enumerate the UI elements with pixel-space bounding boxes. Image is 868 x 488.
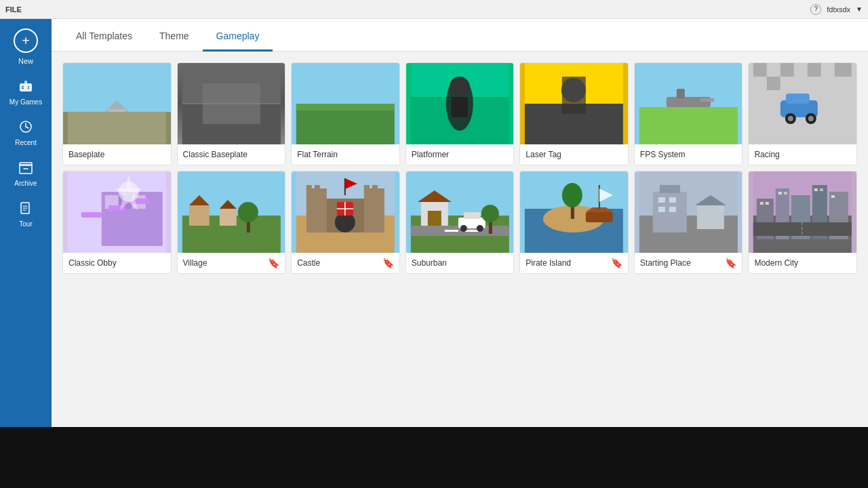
sidebar: + New My Games [0, 19, 52, 427]
label-laser-tag: Laser Tag [520, 144, 628, 165]
svg-rect-0 [20, 83, 32, 92]
svg-rect-135 [784, 192, 787, 195]
sidebar-item-new[interactable]: + New [0, 22, 52, 72]
label-modern-city: Modern City [749, 253, 856, 273]
template-classic-baseplate[interactable]: Classic Baseplate [177, 62, 286, 165]
bookmark-castle[interactable]: 🔖 [382, 258, 394, 268]
svg-rect-80 [307, 188, 327, 232]
svg-rect-133 [766, 202, 769, 205]
label-classic-obby: Classic Obby [63, 253, 171, 273]
svg-rect-40 [677, 89, 685, 98]
svg-rect-84 [364, 185, 370, 192]
svg-rect-50 [753, 77, 767, 90]
sidebar-item-recent[interactable]: Recent [0, 113, 52, 153]
svg-rect-104 [488, 220, 492, 234]
template-classic-obby[interactable]: Classic Obby [62, 171, 172, 274]
label-castle: Castle 🔖 [292, 253, 399, 273]
template-racing[interactable]: Racing [748, 62, 857, 165]
svg-rect-17 [68, 112, 166, 144]
thumbnail-castle [292, 171, 399, 253]
thumbnail-racing [749, 63, 856, 144]
svg-rect-47 [808, 63, 821, 77]
svg-rect-1 [24, 81, 27, 84]
svg-point-102 [460, 225, 467, 232]
template-castle[interactable]: Castle 🔖 [291, 171, 400, 274]
title-bar: FILE ? fdtxsdx ▼ [0, 0, 868, 19]
svg-rect-111 [586, 212, 613, 222]
thumbnail-pirate-island [520, 171, 628, 253]
svg-rect-118 [660, 185, 680, 193]
bookmark-starting-place[interactable]: 🔖 [725, 258, 736, 268]
template-pirate-island[interactable]: Pirate Island 🔖 [519, 171, 629, 274]
label-starting-place: Starting Place 🔖 [635, 253, 743, 273]
label-pirate-island: Pirate Island 🔖 [520, 253, 628, 273]
file-menu[interactable]: FILE [5, 5, 22, 14]
template-flat-terrain[interactable]: Flat Terrain [291, 62, 400, 165]
main-content: All Templates Theme Gameplay [52, 19, 868, 427]
help-icon[interactable]: ? [810, 4, 821, 15]
svg-rect-138 [831, 195, 835, 198]
bookmark-village[interactable]: 🔖 [268, 258, 279, 268]
thumbnail-laser-tag [520, 63, 628, 144]
recent-icon [18, 119, 33, 136]
svg-point-58 [808, 116, 814, 121]
thumbnail-modern-city [749, 171, 856, 253]
svg-rect-52 [781, 77, 794, 90]
label-baseplate: Baseplate [63, 144, 171, 165]
svg-point-5 [28, 88, 29, 89]
thumbnail-suburban [406, 171, 514, 253]
svg-rect-48 [821, 63, 835, 77]
template-modern-city[interactable]: Modern City [748, 171, 857, 274]
svg-rect-43 [753, 63, 767, 77]
svg-rect-3 [22, 88, 24, 89]
thumbnail-fps [635, 63, 743, 144]
svg-rect-71 [189, 205, 209, 226]
template-starting-place[interactable]: Starting Place 🔖 [634, 171, 743, 274]
svg-rect-46 [794, 63, 808, 77]
template-laser-tag[interactable]: Laser Tag [519, 62, 629, 165]
thumbnail-classic-baseplate [178, 63, 285, 144]
sidebar-item-tour[interactable]: Tour [0, 194, 52, 235]
svg-rect-136 [814, 188, 818, 191]
svg-rect-51 [767, 77, 781, 90]
svg-rect-64 [81, 212, 102, 218]
svg-rect-25 [296, 107, 395, 144]
svg-rect-41 [701, 98, 714, 102]
svg-rect-44 [767, 63, 781, 77]
template-baseplate[interactable]: Baseplate [62, 62, 172, 165]
template-platformer[interactable]: Platformer [406, 62, 515, 165]
svg-rect-24 [296, 63, 395, 107]
new-icon: + [14, 28, 38, 53]
sidebar-item-archive[interactable]: Archive [0, 153, 52, 194]
svg-rect-121 [658, 207, 665, 212]
label-classic-baseplate: Classic Baseplate [178, 144, 285, 165]
svg-rect-49 [835, 63, 852, 77]
svg-rect-132 [760, 202, 764, 205]
sidebar-item-my-games[interactable]: My Games [0, 72, 52, 113]
svg-point-103 [476, 225, 483, 232]
sidebar-label-my-games: My Games [9, 98, 42, 106]
svg-point-4 [28, 86, 29, 87]
tab-all-templates[interactable]: All Templates [62, 22, 146, 52]
template-village[interactable]: Village 🔖 [177, 171, 286, 274]
sidebar-label-recent: Recent [15, 139, 37, 146]
svg-point-35 [561, 78, 586, 102]
templates-area: Baseplate Classic Baseplate [52, 52, 868, 427]
templates-row-1: Baseplate Classic Baseplate [62, 62, 857, 165]
tab-gameplay[interactable]: Gameplay [203, 22, 273, 52]
template-fps-system[interactable]: FPS System [634, 62, 743, 165]
svg-point-30 [449, 77, 469, 97]
svg-rect-99 [427, 211, 441, 226]
tab-theme[interactable]: Theme [146, 22, 203, 52]
user-dropdown-icon[interactable]: ▼ [856, 5, 863, 13]
svg-rect-101 [463, 212, 480, 219]
svg-rect-37 [639, 107, 738, 144]
template-suburban[interactable]: Suburban [406, 171, 515, 274]
svg-rect-134 [778, 192, 782, 195]
svg-rect-73 [219, 209, 236, 226]
thumbnail-classic-obby [63, 171, 171, 253]
svg-rect-96 [465, 230, 478, 232]
bookmark-pirate-island[interactable]: 🔖 [611, 258, 623, 268]
svg-line-8 [26, 127, 28, 128]
thumbnail-baseplate [63, 63, 171, 144]
